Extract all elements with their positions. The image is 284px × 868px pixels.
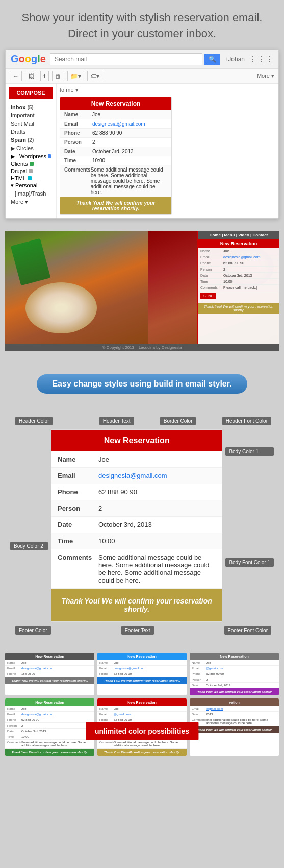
footer-font-color-label: Footer Font Color xyxy=(224,626,271,635)
gmail-window: Google 🔍 +Johan ⋮⋮⋮ ← 🖼 ℹ 🗑 📁▾ 🏷▾ More ▾… xyxy=(5,50,279,219)
main-email-row-comments: Comments Some additional message could b… xyxy=(51,549,222,589)
main-email-footer: Thank You! We will confirm your reservat… xyxy=(51,589,222,621)
variant-2-footer: Thank You! We will confirm your reservat… xyxy=(97,677,187,684)
overlay-row-phone: Phone 62 888 90 90 xyxy=(198,260,279,267)
gmail-topbar: Google 🔍 +Johan ⋮⋮⋮ xyxy=(6,50,278,69)
variant-1-row-phone: Phone188 90 90 xyxy=(5,671,94,677)
gmail-info-btn[interactable]: ℹ xyxy=(40,71,49,81)
variant-3-row-person: Person2 xyxy=(190,677,279,683)
annotation-section: Header Color Header Text Border Color He… xyxy=(0,412,284,645)
sidebar-folder-drupal[interactable]: Drupal xyxy=(9,167,53,175)
main-email-row-date: Date October 3rd, 2013 xyxy=(51,517,222,533)
email-to: to me ▾ xyxy=(60,87,275,93)
sidebar-item-spam[interactable]: Spam (2) xyxy=(9,136,53,144)
variant-1-row-name: NameJoe xyxy=(5,660,94,666)
email-with-annotations: Body Color 2 New Reservation Name Joe Em… xyxy=(10,429,274,622)
overlay-nav-top: Home | Menu | Video | Contact xyxy=(198,231,279,239)
variant-4-row-time: Time10:00 xyxy=(5,734,94,740)
gmail-email-row-date: Date October 3rd, 2013 xyxy=(60,147,171,156)
gmail-more-btn[interactable]: More ▾ xyxy=(257,73,274,79)
gmail-email-row-name: Name Joe xyxy=(60,110,171,119)
hero-section: Show your identity with stylish reservat… xyxy=(0,0,284,47)
gmail-body: COMPOSE Inbox (5) Important Sent Mail Dr… xyxy=(6,84,278,218)
variant-2-row-email: Emaildesignesia@gmail.com xyxy=(97,666,187,671)
food-overlay-card: Home | Menu | Video | Contact New Reserv… xyxy=(197,231,279,344)
overlay-row-name: Name Joe xyxy=(198,248,279,254)
top-annotations: Header Color Header Text Border Color He… xyxy=(10,417,274,429)
variant-4-row-email: Emaildesignesia@gmail.com xyxy=(5,712,94,717)
variant-5-header: New Reservation xyxy=(97,698,187,706)
main-email-header: New Reservation xyxy=(51,430,222,451)
gmail-email-footer: Thank You! We will confirm your reservat… xyxy=(60,197,171,214)
gmail-email-row-comments: Comments Some additional message could b… xyxy=(60,165,171,197)
sidebar-item-circles[interactable]: ▶ Circles xyxy=(9,144,53,153)
gmail-back-btn[interactable]: ← xyxy=(10,71,22,81)
sidebar-item-more[interactable]: More ▾ xyxy=(9,198,53,206)
header-text-label: Header Text xyxy=(99,417,134,425)
variant-4-row-person: Person2 xyxy=(5,723,94,729)
banner-section: Home | Menu | Video | Contact New Reserv… xyxy=(0,226,284,356)
gmail-photo-btn[interactable]: 🖼 xyxy=(25,71,37,81)
sidebar-folder-clients[interactable]: Clients xyxy=(9,160,53,167)
compose-button[interactable]: COMPOSE xyxy=(9,87,53,99)
gmail-section: Google 🔍 +Johan ⋮⋮⋮ ← 🖼 ℹ 🗑 📁▾ 🏷▾ More ▾… xyxy=(0,47,284,226)
search-input[interactable] xyxy=(50,53,202,65)
variant-3-row-name: NameJoe xyxy=(190,660,279,666)
gmail-trash-btn[interactable]: 🗑 xyxy=(52,71,64,81)
main-email-row-name: Name Joe xyxy=(51,451,222,468)
variants-grid: New Reservation NameJoe Emaildesignesia@… xyxy=(5,653,279,756)
sidebar-folder-html[interactable]: HTML xyxy=(9,175,53,182)
sidebar-item-imap-trash[interactable]: [Imap]/Trash xyxy=(9,189,53,198)
overlay-email-footer: Thank You! We will confirm your reservat… xyxy=(198,303,279,314)
variant-card-2: New Reservation NameJoe Emaildesignesia@… xyxy=(97,653,187,695)
google-logo: Google xyxy=(11,53,46,65)
variant-6-row-email: Email@gmail.com xyxy=(190,706,279,712)
variant-3-header: New Reservation xyxy=(190,653,279,660)
gmail-apps-icon[interactable]: ⋮⋮⋮ xyxy=(249,54,273,64)
sidebar-item-important[interactable]: Important xyxy=(9,111,53,119)
overlay-row-email: Email designesia@gmail.com xyxy=(198,254,279,260)
body-color-1-label: Body Color 1 xyxy=(225,447,274,456)
gmail-content: to me ▾ New Reservation Name Joe Email d… xyxy=(57,84,278,218)
variant-4-header: New Reservation xyxy=(5,698,94,706)
sidebar-item-drafts[interactable]: Drafts xyxy=(9,128,53,136)
variant-3-row-email: Email@gmail.com xyxy=(190,666,279,671)
variant-card-1: New Reservation NameJoe Emaildesignesia@… xyxy=(5,653,94,695)
overlay-row-comments: Comments Please call me back.| xyxy=(198,285,279,291)
vegetable-shape xyxy=(11,238,51,285)
left-annotations: Body Color 2 xyxy=(10,429,51,622)
variant-5-footer: Thank You! We will confirm your reservat… xyxy=(97,749,187,756)
overlay-row-date: Date October 3rd, 2013 xyxy=(198,273,279,279)
sidebar-folder-wordpress[interactable]: ▶_Wordpress xyxy=(9,153,53,160)
overlay-send-button[interactable]: SEND xyxy=(200,293,216,299)
banner-image: Home | Menu | Video | Contact New Reserv… xyxy=(5,231,279,344)
variant-5-row-name: NameJoe xyxy=(97,706,187,712)
gmail-sidebar: COMPOSE Inbox (5) Important Sent Mail Dr… xyxy=(6,84,57,218)
main-email-link[interactable]: designesia@gmail.com xyxy=(98,472,167,479)
variant-4-row-phone: Phone62 888 90 90 xyxy=(5,717,94,723)
variant-5-row-email: Email@gmail.com xyxy=(97,712,187,717)
variant-2-row-name: NameJoe xyxy=(97,660,187,666)
pill-badge: Easy change styles using build in email … xyxy=(37,374,247,394)
folder-dot-clients xyxy=(30,162,34,166)
folder-dot-wordpress xyxy=(48,154,51,158)
pill-section: Easy change styles using build in email … xyxy=(0,356,284,412)
gmail-email-row-time: Time 10:00 xyxy=(60,156,171,165)
folder-dot-html xyxy=(28,176,32,180)
right-annotations: Body Color 1 Body Font Color 1 xyxy=(222,429,274,622)
sidebar-item-inbox[interactable]: Inbox (5) xyxy=(9,103,53,111)
variant-5-row-comments: CommentsSome additional message could be… xyxy=(97,740,187,749)
variant-4-row-comments: CommentsSome additional message could be… xyxy=(5,740,94,749)
email-link[interactable]: designesia@gmail.com xyxy=(92,121,145,127)
gmail-toolbar: ← 🖼 ℹ 🗑 📁▾ 🏷▾ More ▾ xyxy=(6,69,278,84)
sidebar-folder-personal[interactable]: ▾Personal xyxy=(9,182,53,189)
variant-3-footer: Thank You! We will confirm your reservat… xyxy=(190,688,279,695)
gmail-folder-btn[interactable]: 📁▾ xyxy=(67,71,84,81)
gmail-email-row-person: Person 2 xyxy=(60,138,171,147)
food-background: Home | Menu | Video | Contact New Reserv… xyxy=(5,231,279,344)
gmail-tag-btn[interactable]: 🏷▾ xyxy=(87,71,102,81)
unlimited-badge: unlimited color possibilities xyxy=(86,722,198,740)
search-button[interactable]: 🔍 xyxy=(204,54,220,65)
hero-title: Show your identity with stylish reservat… xyxy=(20,10,264,42)
sidebar-item-sent[interactable]: Sent Mail xyxy=(9,119,53,128)
